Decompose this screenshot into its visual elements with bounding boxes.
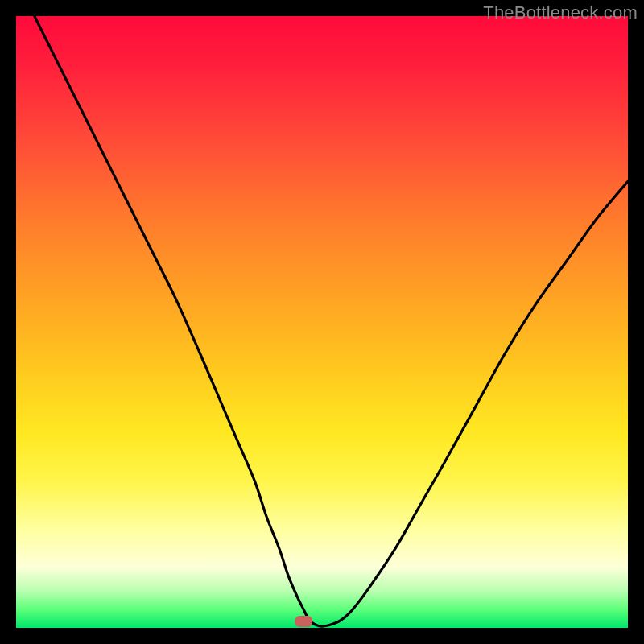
watermark-text: TheBottleneck.com — [483, 2, 638, 23]
chart-frame: TheBottleneck.com — [0, 0, 644, 644]
bottleneck-curve — [35, 16, 628, 626]
chart-svg — [16, 16, 628, 628]
optimal-marker — [295, 616, 312, 627]
gradient-plot-area — [16, 16, 628, 628]
